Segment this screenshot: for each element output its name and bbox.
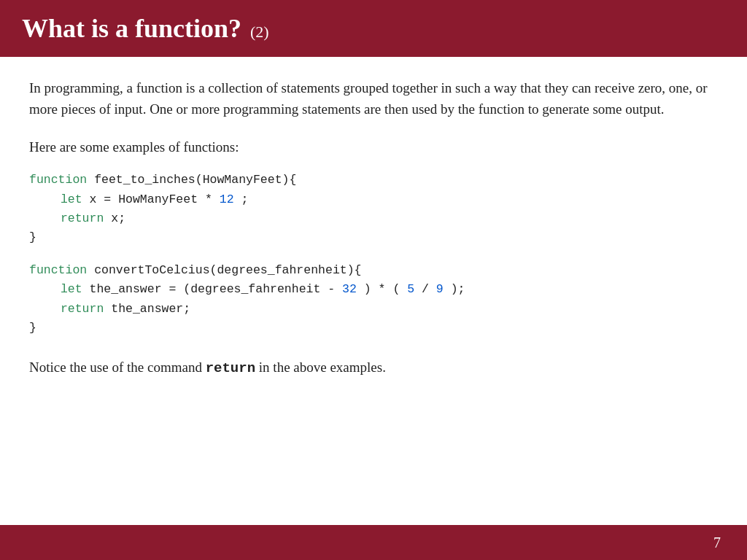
keyword-function-2: function	[29, 263, 87, 277]
slide-header: What is a function? (2)	[0, 0, 747, 57]
code-func-2: convertToCelcius(degrees_fahrenheit){	[94, 263, 361, 277]
slide-footer: 7	[0, 525, 747, 560]
examples-label: Here are some examples of functions:	[29, 136, 718, 158]
code-line-2b: let the_answer = (degrees_fahrenheit - 3…	[29, 280, 718, 299]
code-line-2d: }	[29, 319, 718, 338]
keyword-return-2: return	[61, 302, 104, 316]
code-line-1c: return x;	[29, 209, 718, 228]
code-semi-1: ;	[241, 192, 248, 206]
code-num-9: 9	[436, 282, 444, 296]
slide-subtitle: (2)	[250, 23, 269, 42]
keyword-return-1: return	[61, 211, 104, 225]
code-func-1: feet_to_inches(HowManyFeet){	[94, 173, 296, 187]
code-return-1: x;	[111, 211, 125, 225]
code-line-2c: return the_answer;	[29, 300, 718, 319]
code-let-1: x = HowManyFeet *	[90, 192, 220, 206]
code-num-32: 32	[342, 282, 357, 296]
intro-paragraph: In programming, a function is a collecti…	[29, 77, 718, 120]
code-let-2: the_answer = (degrees_fahrenheit -	[90, 282, 343, 296]
code-line-2a: function convertToCelcius(degrees_fahren…	[29, 261, 718, 280]
code-return-2: the_answer;	[111, 302, 190, 316]
notice-paragraph: Notice the use of the command return in …	[29, 357, 718, 379]
code-line-1d: }	[29, 228, 718, 247]
slide-content: In programming, a function is a collecti…	[0, 57, 747, 525]
code-num-12: 12	[220, 192, 234, 206]
notice-text-after: in the above examples.	[255, 359, 386, 375]
keyword-function-1: function	[29, 173, 87, 187]
notice-text-before: Notice the use of the command	[29, 359, 206, 375]
page-number: 7	[713, 534, 721, 551]
code-block-1: function feet_to_inches(HowManyFeet){ le…	[29, 171, 718, 248]
code-div-2: /	[422, 282, 436, 296]
keyword-let-2: let	[61, 282, 82, 296]
code-mid-2: ) * (	[364, 282, 407, 296]
code-num-5: 5	[407, 282, 414, 296]
code-block-2: function convertToCelcius(degrees_fahren…	[29, 261, 718, 338]
code-line-1b: let x = HowManyFeet * 12 ;	[29, 190, 718, 209]
slide-title: What is a function?	[22, 13, 241, 44]
code-line-1a: function feet_to_inches(HowManyFeet){	[29, 171, 718, 190]
code-end-2: );	[451, 282, 465, 296]
notice-return-keyword: return	[206, 360, 255, 376]
keyword-let-1: let	[61, 192, 82, 206]
